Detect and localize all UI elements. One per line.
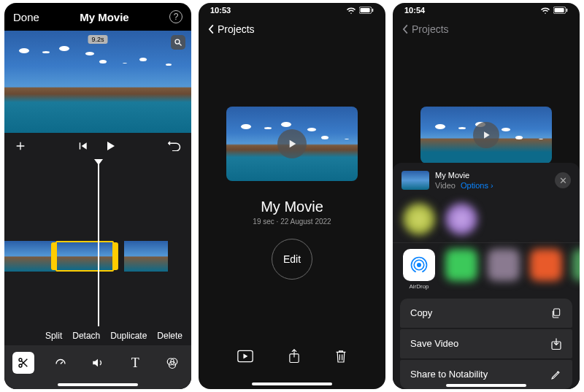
clip-actions-bar: Split Detach Duplicate Delete [4, 326, 191, 345]
phone-editor: Done My Movie ? 9.2s [4, 3, 191, 389]
svg-point-21 [417, 263, 421, 267]
download-icon [550, 337, 562, 350]
home-indicator[interactable] [393, 384, 580, 387]
play-icon[interactable] [104, 140, 116, 152]
svg-rect-4 [80, 142, 80, 149]
action-label: Share to Notability [410, 369, 488, 380]
home-indicator[interactable] [199, 379, 385, 389]
play-overlay-icon[interactable] [277, 129, 307, 158]
svg-point-5 [19, 358, 22, 361]
add-media-icon[interactable] [15, 140, 26, 152]
undo-icon[interactable] [168, 141, 181, 151]
project-thumbnail [420, 107, 552, 164]
status-time: 10:54 [404, 6, 425, 15]
status-time: 10:53 [210, 6, 231, 15]
volume-icon[interactable] [87, 352, 109, 374]
back-label: Projects [412, 23, 449, 35]
project-thumbnail[interactable] [226, 107, 358, 181]
chevron-left-icon [207, 24, 215, 34]
trash-icon[interactable] [335, 349, 347, 364]
battery-icon [359, 7, 374, 14]
options-link[interactable]: Options › [461, 181, 493, 190]
movie-title: My Movie [261, 199, 323, 215]
speed-icon[interactable] [50, 352, 72, 374]
project-title: My Movie [80, 11, 129, 23]
share-title: My Movie [435, 170, 549, 180]
status-bar: 10:54 [393, 3, 580, 18]
share-thumbnail [402, 171, 429, 190]
contacts-row[interactable] [393, 199, 580, 242]
phone-project-detail: 10:53 Projects My Movie 19 sec · 22 Augu… [199, 3, 385, 389]
share-app[interactable] [530, 249, 562, 290]
preview-viewport[interactable]: 9.2s [4, 31, 191, 133]
pencil-icon [550, 369, 562, 380]
svg-rect-14 [361, 8, 370, 12]
apps-row[interactable]: AirDrop [393, 242, 580, 299]
duplicate-button[interactable]: Duplicate [110, 331, 147, 341]
filters-icon[interactable] [161, 352, 183, 374]
clip[interactable] [124, 241, 168, 272]
delete-button[interactable]: Delete [157, 331, 182, 341]
battery-icon [553, 7, 568, 14]
share-app[interactable] [572, 249, 580, 290]
edit-button[interactable]: Edit [272, 239, 312, 280]
detach-button[interactable]: Detach [72, 331, 100, 341]
share-sheet: My Movie Video Options › ✕ AirDrop [393, 163, 580, 389]
share-icon[interactable] [288, 349, 300, 364]
save-video-action[interactable]: Save Video [400, 329, 572, 358]
toolbar: T [4, 345, 191, 380]
svg-point-0 [175, 39, 180, 44]
project-body: My Movie 19 sec · 22 August 2022 Edit [199, 41, 385, 334]
scissors-icon[interactable] [12, 352, 34, 374]
skip-start-icon[interactable] [78, 141, 88, 151]
svg-rect-15 [372, 9, 374, 12]
contact-avatar[interactable] [445, 203, 477, 235]
airdrop-label: AirDrop [409, 283, 429, 290]
timeline[interactable] [4, 159, 191, 326]
chevron-left-icon [402, 24, 409, 34]
share-header: My Movie Video Options › ✕ [393, 163, 580, 199]
help-icon[interactable]: ? [169, 10, 182, 23]
close-icon[interactable]: ✕ [555, 172, 571, 188]
action-list: Copy Save Video Share to Notability [393, 299, 580, 389]
nav-back[interactable]: Projects [199, 18, 385, 41]
share-app[interactable] [445, 249, 477, 290]
airdrop-app[interactable]: AirDrop [403, 249, 435, 290]
svg-line-1 [180, 44, 182, 46]
action-label: Save Video [410, 338, 458, 349]
text-icon[interactable]: T [124, 352, 146, 374]
split-button[interactable]: Split [45, 331, 62, 341]
clip-selected[interactable] [55, 241, 114, 272]
play-overlay-icon [473, 122, 499, 148]
svg-rect-19 [555, 8, 564, 12]
bottom-toolbar [199, 334, 385, 379]
copy-icon [550, 307, 562, 319]
action-label: Copy [410, 307, 432, 318]
phone-share-sheet: 10:54 Projects My Movie Video Options › … [393, 3, 580, 389]
clip[interactable] [4, 241, 55, 272]
share-app[interactable] [488, 249, 520, 290]
wifi-icon [540, 7, 550, 14]
editor-navbar: Done My Movie ? [4, 3, 191, 31]
done-button[interactable]: Done [13, 11, 39, 23]
svg-line-9 [61, 362, 63, 364]
playhead[interactable] [98, 159, 99, 326]
back-label: Projects [218, 23, 255, 35]
contact-avatar[interactable] [403, 203, 435, 235]
duration-badge: 9.2s [88, 35, 107, 44]
svg-rect-20 [566, 9, 568, 12]
home-indicator[interactable] [4, 380, 191, 389]
wifi-icon [346, 7, 356, 14]
zoom-icon[interactable] [171, 35, 185, 50]
copy-action[interactable]: Copy [400, 299, 572, 328]
svg-rect-24 [554, 309, 560, 315]
status-bar: 10:53 [199, 3, 385, 18]
svg-point-6 [19, 364, 22, 367]
play-rect-icon[interactable] [237, 350, 253, 363]
movie-subtitle: 19 sec · 22 August 2022 [253, 218, 331, 226]
playback-controls [4, 133, 191, 159]
share-kind: Video [435, 181, 456, 190]
nav-back[interactable]: Projects [393, 18, 580, 41]
